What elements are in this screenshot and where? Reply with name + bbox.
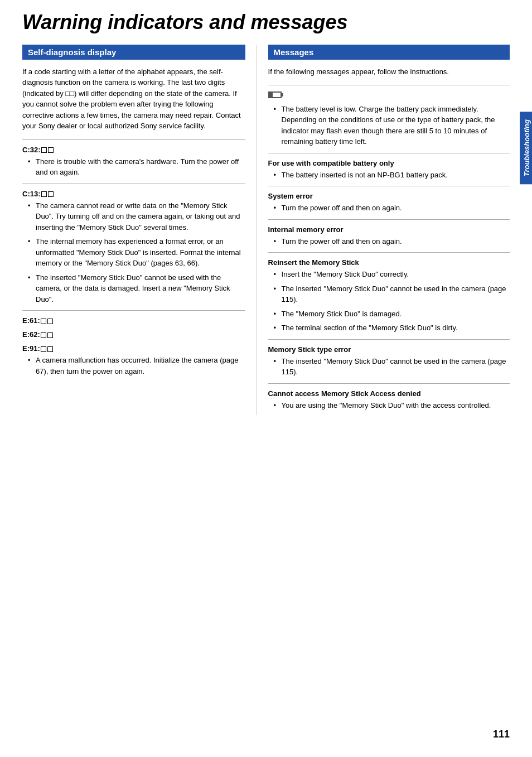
square-4 <box>48 191 54 197</box>
msg-divider-1 <box>268 153 510 153</box>
msg-type-error-label: Memory Stick type error <box>268 345 510 354</box>
code-e91: E:91: <box>22 344 245 353</box>
messages-header: Messages <box>268 45 510 60</box>
c13-list: The camera cannot read or write data on … <box>28 200 245 305</box>
c13-bullet-3: The inserted "Memory Stick Duo" cannot b… <box>28 272 245 305</box>
type-error-bullet-1: The inserted "Memory Stick Duo" cannot b… <box>274 356 510 378</box>
divider-2 <box>22 184 245 184</box>
reinsert-bullet-4: The terminal section of the "Memory Stic… <box>274 322 510 334</box>
right-column: Messages If the following messages appea… <box>257 45 510 416</box>
msg-type-error-list: The inserted "Memory Stick Duo" cannot b… <box>274 356 510 378</box>
msg-reinsert-list: Insert the "Memory Stick Duo" correctly.… <box>274 269 510 334</box>
square-3 <box>41 191 47 197</box>
msg-reinsert-label: Reinsert the Memory Stick <box>268 258 510 267</box>
code-c32: C:32: <box>22 146 245 154</box>
battery-icon <box>268 91 282 98</box>
msg-compatible-battery-label: For use with compatible battery only <box>268 159 510 167</box>
msg-system-error-list: Turn the power off and then on again. <box>274 202 510 214</box>
square-6 <box>47 319 53 324</box>
self-diagnosis-intro: If a code starting with a letter of the … <box>22 66 245 132</box>
c32-bullet-1: There is trouble with the camera's hardw… <box>28 156 245 178</box>
system-error-bullet-1: Turn the power off and then on again. <box>274 202 510 214</box>
msg-internal-memory-list: Turn the power off and then on again. <box>274 236 510 247</box>
msg-divider-0 <box>268 85 510 85</box>
square-7 <box>41 332 46 338</box>
battery-list: The battery level is low. Charge the bat… <box>274 104 510 147</box>
e91-list: A camera malfunction has occurred. Initi… <box>28 355 245 377</box>
msg-divider-3 <box>268 219 510 220</box>
msg-internal-memory-label: Internal memory error <box>268 225 510 234</box>
msg-compatible-battery-list: The battery inserted is not an NP-BG1 ba… <box>274 170 510 181</box>
internal-memory-bullet-1: Turn the power off and then on again. <box>274 236 510 247</box>
battery-bullet-1: The battery level is low. Charge the bat… <box>274 104 510 147</box>
code-e62: E:62: <box>22 330 245 339</box>
msg-cannot-access-list: You are using the "Memory Stick Duo" wit… <box>274 400 510 411</box>
square-10 <box>47 346 53 352</box>
square-8 <box>47 332 53 338</box>
c13-bullet-1: The camera cannot read or write data on … <box>28 200 245 233</box>
self-diagnosis-header: Self-diagnosis display <box>22 45 245 60</box>
troubleshooting-tab: Troubleshooting <box>520 112 532 184</box>
square-1 <box>41 147 47 153</box>
page-title: Warning indicators and messages <box>22 11 510 33</box>
msg-divider-4 <box>268 252 510 253</box>
square-9 <box>41 346 46 352</box>
code-c13: C:13: <box>22 190 245 198</box>
main-content: Self-diagnosis display If a code startin… <box>22 45 510 416</box>
compatible-battery-bullet-1: The battery inserted is not an NP-BG1 ba… <box>274 170 510 181</box>
reinsert-bullet-2: The inserted "Memory Stick Duo" cannot b… <box>274 283 510 305</box>
messages-intro: If the following messages appear, follow… <box>268 66 510 78</box>
page-number: 111 <box>493 729 510 740</box>
cannot-access-bullet-1: You are using the "Memory Stick Duo" wit… <box>274 400 510 411</box>
battery-icon-row <box>268 91 510 100</box>
left-column: Self-diagnosis display If a code startin… <box>22 45 257 416</box>
divider-1 <box>22 139 245 140</box>
square-2 <box>48 147 54 153</box>
square-5 <box>41 319 46 324</box>
msg-divider-6 <box>268 383 510 384</box>
e91-bullet-1: A camera malfunction has occurred. Initi… <box>28 355 245 377</box>
reinsert-bullet-3: The "Memory Stick Duo" is damaged. <box>274 308 510 320</box>
msg-cannot-access-label: Cannot access Memory Stick Access denied <box>268 389 510 398</box>
msg-divider-5 <box>268 339 510 340</box>
divider-3 <box>22 310 245 311</box>
c13-bullet-2: The internal memory has experienced a fo… <box>28 236 245 269</box>
reinsert-bullet-1: Insert the "Memory Stick Duo" correctly. <box>274 269 510 280</box>
msg-system-error-label: System error <box>268 192 510 200</box>
code-e61: E:61: <box>22 316 245 325</box>
msg-divider-2 <box>268 186 510 186</box>
c32-list: There is trouble with the camera's hardw… <box>28 156 245 178</box>
